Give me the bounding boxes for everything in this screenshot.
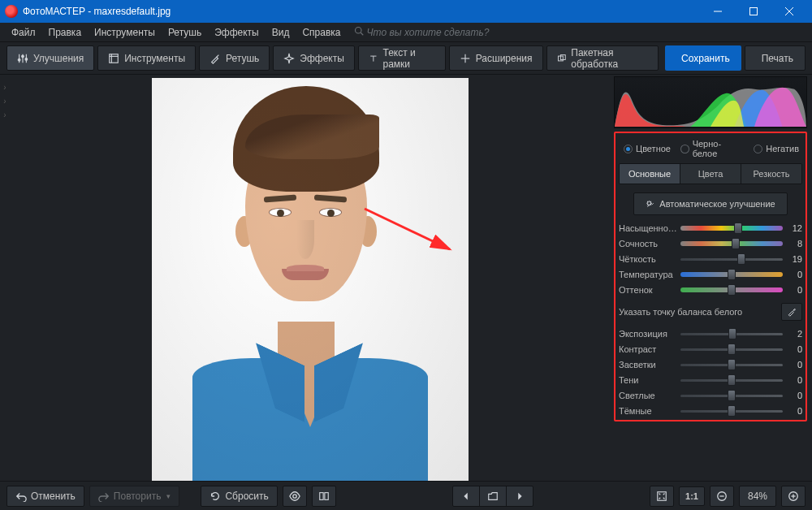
svg-point-11	[25, 58, 28, 60]
white-balance-picker-button[interactable]	[781, 303, 802, 321]
slider-exposure-value: 2	[786, 329, 802, 339]
menu-effects[interactable]: Эффекты	[208, 27, 266, 38]
menu-tools[interactable]: Инструменты	[88, 27, 162, 38]
maximize-button[interactable]	[736, 0, 771, 23]
compare-button[interactable]	[312, 486, 336, 507]
chevron-right-icon[interactable]: ›	[3, 97, 6, 106]
zoom-in-button[interactable]	[781, 486, 806, 507]
svg-point-9	[18, 58, 20, 61]
slider-clarity-value: 19	[786, 254, 802, 264]
redo-label: Повторить	[114, 491, 162, 502]
slider-tint-track[interactable]	[680, 287, 783, 293]
right-panel: Цветное Черно-белое Негатив Основные Цве…	[611, 75, 812, 481]
tab-batch[interactable]: Пакетная обработка	[546, 45, 659, 71]
slider-exposure-track[interactable]	[680, 331, 783, 337]
slider-shadows-label: Тени	[619, 375, 677, 385]
tab-retouch[interactable]: Ретушь	[199, 45, 270, 71]
menu-help[interactable]: Справка	[296, 27, 347, 38]
slider-whites-label: Светлые	[619, 391, 677, 400]
slider-shadows-track[interactable]	[680, 377, 783, 383]
tab-tools[interactable]: Инструменты	[97, 45, 196, 71]
slider-vibrance-value: 8	[786, 239, 802, 249]
print-button-label: Печать	[762, 53, 793, 64]
radio-color-label: Цветное	[636, 144, 671, 153]
chevron-right-icon[interactable]: ›	[3, 83, 6, 92]
minimize-button[interactable]	[700, 0, 736, 23]
slider-highlights-label: Засветки	[619, 360, 677, 370]
slider-whites: Светлые 0	[619, 391, 802, 400]
subtab-sharpness[interactable]: Резкость	[741, 164, 801, 184]
svg-rect-12	[110, 54, 119, 63]
tab-batch-label: Пакетная обработка	[571, 47, 648, 70]
zoom-1to1-button[interactable]: 1:1	[679, 486, 705, 506]
panel-highlight-box: Цветное Черно-белое Негатив Основные Цве…	[614, 132, 807, 421]
search-icon	[354, 26, 364, 38]
tab-enhance[interactable]: Улучшения	[6, 45, 94, 71]
menu-file[interactable]: Файл	[5, 27, 42, 38]
radio-color[interactable]: Цветное	[624, 144, 671, 153]
subtab-colors[interactable]: Цвета	[680, 164, 741, 184]
auto-enhance-button[interactable]: Автоматическое улучшение	[633, 192, 788, 215]
menu-retouch[interactable]: Ретушь	[162, 27, 208, 38]
slider-blacks-track[interactable]	[680, 408, 783, 414]
tab-tools-label: Инструменты	[124, 53, 185, 64]
zoom-out-button[interactable]	[710, 486, 734, 507]
undo-button[interactable]: Отменить	[6, 486, 84, 507]
app-logo-icon	[5, 5, 18, 18]
slider-temperature-track[interactable]	[680, 271, 783, 278]
subtabs: Основные Цвета Резкость	[619, 163, 802, 184]
fit-screen-button[interactable]	[650, 486, 674, 507]
prev-image-button[interactable]	[453, 486, 480, 506]
save-button[interactable]: Сохранить	[665, 45, 741, 71]
tab-extensions-label: Расширения	[476, 53, 533, 64]
save-button-label: Сохранить	[681, 53, 730, 64]
radio-bw-label: Черно-белое	[693, 139, 745, 158]
menu-view[interactable]: Вид	[266, 27, 296, 38]
tab-effects[interactable]: Эффекты	[273, 45, 355, 71]
slider-blacks-label: Тёмные	[619, 406, 677, 416]
slider-temperature: Температура 0	[619, 270, 802, 279]
tab-extensions[interactable]: Расширения	[449, 45, 543, 71]
redo-button[interactable]: Повторить ▾	[89, 486, 180, 507]
svg-rect-1	[750, 8, 758, 15]
open-folder-button[interactable]	[480, 486, 507, 506]
subtab-basic[interactable]: Основные	[620, 164, 680, 184]
slider-temperature-label: Температура	[619, 270, 677, 279]
slider-contrast-track[interactable]	[680, 346, 783, 352]
slider-whites-track[interactable]	[680, 392, 783, 399]
slider-contrast: Контраст 0	[619, 344, 802, 354]
svg-point-25	[293, 494, 296, 497]
menu-edit[interactable]: Правка	[42, 27, 89, 38]
color-mode-radios: Цветное Черно-белое Негатив	[619, 136, 802, 160]
radio-bw[interactable]: Черно-белое	[680, 139, 744, 158]
slider-whites-value: 0	[786, 391, 802, 400]
chevron-right-icon[interactable]: ›	[3, 110, 6, 119]
search-hint[interactable]: Что вы хотите сделать?	[367, 27, 490, 38]
canvas-area[interactable]	[10, 75, 611, 481]
slider-saturation-track[interactable]	[680, 225, 783, 231]
radio-negative[interactable]: Негатив	[754, 144, 799, 153]
slider-tint-value: 0	[786, 285, 802, 295]
print-button[interactable]: Печать	[745, 45, 806, 71]
slider-shadows: Тени 0	[619, 375, 802, 385]
slider-blacks-value: 0	[786, 406, 802, 416]
zoom-value[interactable]: 84%	[739, 486, 776, 507]
radio-negative-label: Негатив	[766, 144, 799, 153]
tab-retouch-label: Ретушь	[226, 53, 259, 64]
next-image-button[interactable]	[507, 486, 533, 506]
titlebar: ФотоМАСТЕР - maxresdefault.jpg	[0, 0, 812, 23]
reset-button[interactable]: Сбросить	[201, 486, 277, 507]
slider-exposure: Экспозиция 2	[619, 329, 802, 339]
auto-enhance-label: Автоматическое улучшение	[659, 199, 775, 209]
slider-highlights-track[interactable]	[680, 361, 783, 368]
slider-vibrance: Сочность 8	[619, 239, 802, 249]
close-button[interactable]	[771, 0, 807, 23]
tab-text[interactable]: Текст и рамки	[358, 45, 446, 71]
slider-vibrance-track[interactable]	[680, 240, 783, 247]
slider-clarity: Чёткость 19	[619, 254, 802, 264]
slider-clarity-track[interactable]	[680, 256, 783, 262]
histogram	[614, 76, 807, 128]
svg-rect-27	[325, 492, 328, 499]
bottombar: Отменить Повторить ▾ Сбросить 1:1 84%	[0, 481, 812, 510]
eye-button[interactable]	[283, 486, 307, 507]
